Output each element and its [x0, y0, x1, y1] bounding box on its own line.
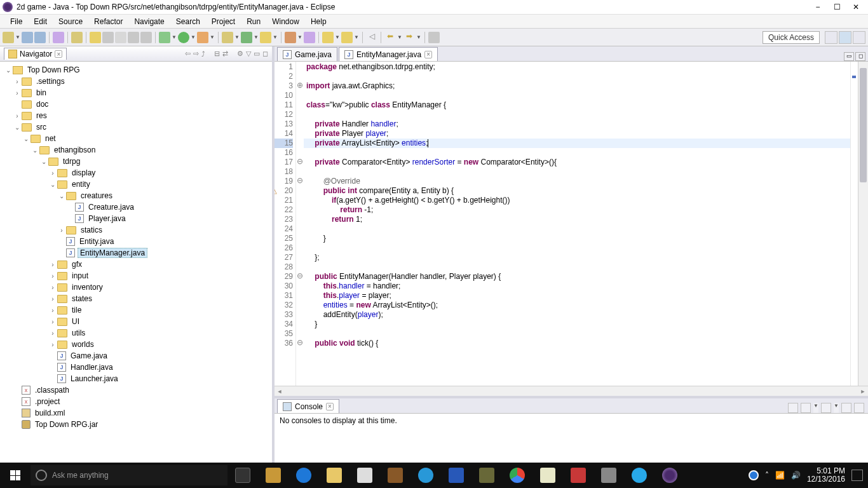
save-icon[interactable]	[22, 32, 33, 43]
menu-file[interactable]: File	[5, 16, 27, 27]
paragraph-icon[interactable]	[140, 32, 152, 43]
tree-item[interactable]: states	[70, 294, 94, 303]
navigator-tree[interactable]: ⌄Top Down RPG ›.settings ›bin doc ›res ⌄…	[0, 62, 272, 463]
tree-item[interactable]: Game.java	[69, 351, 109, 360]
fold-gutter[interactable]: ⊕⊖⊖⊖⊖	[296, 62, 304, 386]
expand-toggle[interactable]: ⌄	[13, 124, 22, 131]
tray-network-icon[interactable]: 📶	[775, 471, 785, 480]
taskbar-app[interactable]	[258, 463, 288, 488]
taskbar-clock[interactable]: 5:01 PM 12/13/2016	[807, 467, 845, 484]
display-console-icon[interactable]	[801, 403, 811, 413]
minimize-button[interactable]: −	[813, 3, 822, 11]
tree-item-selected[interactable]: EntityManager.java	[78, 248, 147, 258]
expand-toggle[interactable]: ›	[13, 112, 22, 119]
expand-toggle[interactable]: ›	[48, 330, 57, 337]
nav-forward-icon[interactable]: ⇨	[193, 50, 199, 58]
taskbar-edge[interactable]	[288, 463, 319, 488]
scroll-right-icon[interactable]: ►	[858, 386, 868, 396]
cortana-search[interactable]: Ask me anything	[31, 465, 227, 485]
taskbar-app[interactable]	[471, 463, 502, 488]
start-button[interactable]	[0, 463, 31, 488]
open-type-icon[interactable]	[71, 32, 83, 43]
run-dropdown[interactable]: ▼	[191, 34, 196, 40]
tray-volume-icon[interactable]: 🔊	[791, 471, 801, 480]
tree-item[interactable]: Player.java	[86, 214, 128, 223]
tree-item[interactable]: src	[34, 123, 48, 132]
tree-item[interactable]: Top Down RPG.jar	[33, 420, 100, 429]
prev-edit-icon[interactable]: ◁	[366, 32, 377, 43]
highlight-icon[interactable]	[90, 32, 101, 43]
package-dropdown[interactable]: ▼	[234, 34, 240, 40]
taskbar-filezilla[interactable]	[563, 463, 593, 488]
menu-source[interactable]: Source	[53, 16, 88, 27]
filter-icon[interactable]: ⚙	[237, 50, 243, 58]
taskbar-eclipse[interactable]	[654, 463, 685, 488]
new-package-icon[interactable]	[222, 32, 233, 43]
tree-item[interactable]: gfx	[70, 260, 84, 269]
tree-item[interactable]: inventory	[70, 283, 105, 292]
pin-icon[interactable]	[128, 32, 139, 43]
maximize-console-icon[interactable]	[854, 403, 864, 413]
tree-item[interactable]: .project	[33, 397, 62, 406]
debug-dropdown[interactable]: ▼	[172, 34, 177, 40]
expand-toggle[interactable]: ⌄	[22, 135, 31, 142]
expand-toggle[interactable]: ›	[48, 170, 57, 177]
ruler-mark[interactable]	[852, 76, 856, 78]
new-dropdown[interactable]: ▼	[15, 34, 20, 40]
tree-item[interactable]: tdrpg	[61, 157, 82, 166]
tree-item[interactable]: Creature.java	[86, 203, 136, 212]
tree-item[interactable]: Entity.java	[78, 237, 116, 246]
scroll-left-icon[interactable]: ◄	[275, 386, 285, 396]
taskbar-notepad[interactable]	[532, 463, 563, 488]
expand-toggle[interactable]: ›	[48, 318, 57, 325]
taskbar-store[interactable]	[349, 463, 380, 488]
nav-back-icon[interactable]: ⇦	[185, 50, 191, 58]
expand-toggle[interactable]: ›	[48, 341, 57, 348]
expand-toggle[interactable]: ›	[48, 284, 57, 291]
help-tray-icon[interactable]	[749, 470, 759, 480]
tree-item[interactable]: bin	[34, 88, 48, 97]
maximize-editor-icon[interactable]: ◻	[855, 52, 865, 61]
new-icon[interactable]	[3, 32, 14, 43]
horizontal-scrollbar[interactable]: ◄ ►	[275, 386, 868, 396]
task-view-button[interactable]	[227, 463, 258, 488]
minimize-view-icon[interactable]: ▭	[254, 50, 260, 58]
expand-toggle[interactable]: ⌄	[39, 158, 48, 165]
menu-refactor[interactable]: Refactor	[89, 16, 128, 27]
tree-item[interactable]: display	[70, 168, 97, 177]
navigator-tab[interactable]: Navigator ×	[4, 48, 67, 60]
tree-item[interactable]: ethangibson	[52, 146, 97, 154]
expand-toggle[interactable]: ›	[48, 261, 57, 268]
tree-item[interactable]: Launcher.java	[69, 374, 120, 383]
menu-navigate[interactable]: Navigate	[129, 16, 169, 27]
line-number-gutter[interactable]: 1231011121314151617181920△21222324252627…	[275, 62, 296, 386]
coverage-icon[interactable]	[197, 32, 208, 43]
console-close-icon[interactable]: ×	[326, 403, 334, 410]
show-whitespace-icon[interactable]	[115, 32, 126, 43]
debug-perspective-icon[interactable]	[853, 31, 865, 44]
menu-project[interactable]: Project	[207, 16, 240, 27]
menu-search[interactable]: Search	[171, 16, 205, 27]
minimize-editor-icon[interactable]: ▭	[844, 52, 854, 61]
link-editor-icon[interactable]: ⇄	[222, 50, 228, 58]
tree-item[interactable]: utils	[70, 329, 87, 337]
tree-item[interactable]: net	[43, 134, 58, 143]
taskbar-skype[interactable]	[624, 463, 654, 488]
tree-item[interactable]: .classpath	[33, 386, 71, 395]
back-icon[interactable]: ⬅	[384, 32, 396, 43]
console-tab[interactable]: Console ×	[277, 399, 339, 413]
search-icon[interactable]	[285, 32, 296, 43]
open-task-icon[interactable]	[304, 32, 315, 43]
tree-item[interactable]: statics	[79, 226, 104, 234]
maximize-view-icon[interactable]: ◻	[262, 50, 268, 58]
open-console-icon[interactable]	[821, 403, 831, 413]
pin-editor-icon[interactable]	[428, 32, 440, 43]
tree-item[interactable]: worlds	[70, 340, 96, 349]
pin-console-icon[interactable]	[788, 403, 798, 413]
tree-item[interactable]: UI	[70, 317, 81, 326]
class-dropdown[interactable]: ▼	[254, 34, 259, 40]
open-perspective-icon[interactable]	[825, 31, 837, 44]
new-class-icon[interactable]	[241, 32, 252, 43]
code-editor[interactable]: package net.ethangibson.tdrpg.entity;imp…	[304, 62, 850, 386]
taskbar-app[interactable]	[380, 463, 410, 488]
